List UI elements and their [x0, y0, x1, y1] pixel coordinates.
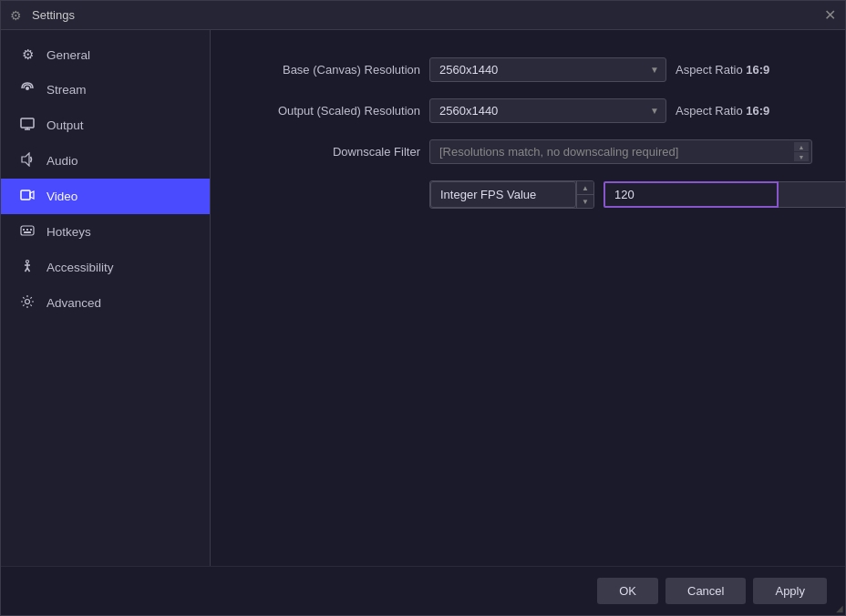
downscale-filter-wrapper: [Resolutions match, no downscaling requi…: [429, 139, 812, 164]
svg-line-16: [27, 268, 30, 272]
window-title: Settings: [32, 8, 75, 22]
downscale-spinners: ▲ ▼: [794, 142, 809, 161]
sidebar-item-audio[interactable]: Audio: [1, 143, 210, 179]
resize-handle: ◢: [836, 603, 843, 613]
svg-point-17: [26, 300, 30, 304]
output-resolution-select-wrapper: 2560x1440 ▼: [429, 98, 666, 123]
sidebar-label-general: General: [46, 48, 90, 62]
sidebar-label-stream: Stream: [46, 83, 87, 97]
sidebar-label-hotkeys: Hotkeys: [46, 225, 91, 239]
audio-icon: [19, 152, 36, 169]
hotkeys-icon: [19, 223, 36, 241]
sidebar-item-accessibility[interactable]: Accessibility: [1, 250, 210, 285]
sidebar-label-video: Video: [46, 190, 77, 203]
form-area: Base (Canvas) Resolution 2560x1440 ▼ Asp…: [238, 57, 845, 303]
svg-rect-1: [21, 118, 34, 128]
output-resolution-select[interactable]: 2560x1440: [429, 98, 666, 123]
svg-rect-5: [21, 190, 30, 200]
downscale-spinner-up[interactable]: ▲: [794, 142, 809, 151]
svg-point-12: [26, 261, 29, 263]
svg-rect-9: [26, 229, 28, 231]
sidebar: ⚙ General Stream: [1, 30, 211, 566]
sidebar-item-stream[interactable]: Stream: [1, 72, 210, 108]
apply-button[interactable]: Apply: [753, 578, 827, 604]
sidebar-item-video[interactable]: Video: [1, 179, 210, 214]
stream-icon: [19, 81, 36, 98]
svg-point-0: [26, 87, 29, 90]
output-resolution-label: Output (Scaled) Resolution: [238, 104, 420, 118]
fps-type-spinner-up[interactable]: ▲: [577, 181, 593, 194]
sidebar-item-advanced[interactable]: Advanced: [1, 285, 210, 321]
accessibility-icon: [19, 259, 36, 276]
advanced-icon: [19, 294, 36, 312]
fps-row: Integer FPS Value ▲ ▼ ▲ ▼: [238, 180, 845, 209]
fps-type-spinner-down[interactable]: ▼: [577, 194, 593, 208]
settings-window: ⚙ Settings ✕ ⚙ General Stream: [0, 0, 846, 616]
fps-value-input[interactable]: [604, 181, 779, 208]
sidebar-item-hotkeys[interactable]: Hotkeys: [1, 214, 210, 250]
base-resolution-select-wrapper: 2560x1440 ▼: [429, 57, 666, 82]
base-resolution-select[interactable]: 2560x1440: [429, 57, 666, 82]
fps-bar-rest: ▲ ▼: [779, 181, 845, 208]
bottom-bar: OK Cancel Apply ◢: [1, 566, 845, 615]
sidebar-label-audio: Audio: [46, 154, 78, 168]
svg-rect-10: [30, 229, 32, 231]
base-resolution-label: Base (Canvas) Resolution: [238, 63, 420, 77]
downscale-filter-row: Downscale Filter [Resolutions match, no …: [238, 139, 845, 164]
window-icon: ⚙: [10, 8, 25, 23]
content-area: ⚙ General Stream: [1, 30, 845, 566]
output-aspect-ratio-label: Aspect Ratio 16:9: [676, 104, 769, 118]
sidebar-item-output[interactable]: Output: [1, 108, 210, 143]
svg-rect-8: [23, 229, 25, 231]
close-button[interactable]: ✕: [824, 8, 836, 23]
video-icon: [19, 188, 36, 205]
title-bar: ⚙ Settings ✕: [1, 1, 845, 30]
main-content: Base (Canvas) Resolution 2560x1440 ▼ Asp…: [211, 30, 845, 566]
sidebar-label-advanced: Advanced: [46, 296, 101, 310]
ok-button[interactable]: OK: [597, 578, 658, 604]
gear-icon: ⚙: [19, 46, 36, 63]
downscale-filter-field: [Resolutions match, no downscaling requi…: [429, 139, 812, 164]
svg-marker-4: [22, 153, 29, 166]
fps-type-label: Integer FPS Value: [440, 188, 536, 201]
cancel-button[interactable]: Cancel: [665, 578, 746, 604]
sidebar-label-output: Output: [46, 118, 84, 132]
sidebar-label-accessibility: Accessibility: [46, 261, 114, 274]
base-resolution-row: Base (Canvas) Resolution 2560x1440 ▼ Asp…: [238, 57, 845, 82]
base-aspect-ratio-label: Aspect Ratio 16:9: [676, 63, 769, 77]
fps-type-select[interactable]: Integer FPS Value: [430, 181, 576, 208]
sidebar-item-general[interactable]: ⚙ General: [1, 37, 210, 72]
output-resolution-row: Output (Scaled) Resolution 2560x1440 ▼ A…: [238, 98, 845, 123]
svg-rect-11: [24, 231, 31, 233]
svg-marker-6: [30, 191, 34, 199]
downscale-spinner-down[interactable]: ▼: [794, 152, 809, 161]
output-icon: [19, 117, 36, 134]
downscale-filter-label: Downscale Filter: [238, 145, 420, 159]
